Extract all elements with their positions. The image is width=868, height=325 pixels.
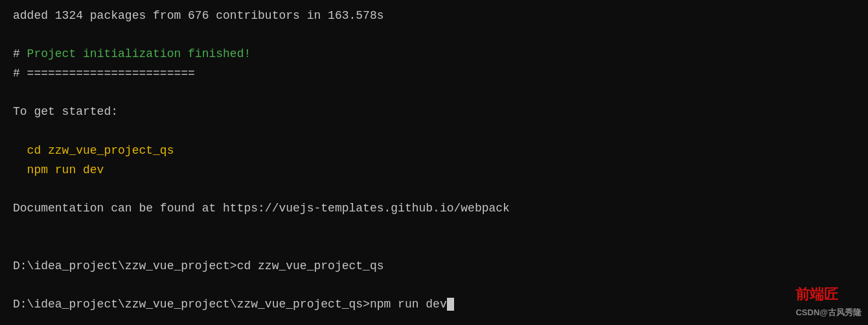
project-init-text: Project initialization finished! [27,47,251,60]
line-blank-7 [13,276,855,296]
line-blank-1 [13,26,855,45]
watermark-text: 前端匠 [795,286,838,302]
line-4: # ======================== [13,64,855,84]
line-npm-dev-command: D:\idea_project\zzw_vue_project\zzw_vue_… [13,295,855,315]
line-1: added 1324 packages from 676 contributor… [13,6,855,26]
cursor [447,298,454,311]
terminal: added 1324 packages from 676 contributor… [0,0,868,325]
line-blank-2 [13,84,855,103]
line-get-started: To get started: [13,102,855,122]
watermark-subtext: CSDN@古风秀隆 [795,306,862,319]
line-cd-command: D:\idea_project\zzw_vue_project>cd zzw_v… [13,257,855,276]
line-3: # Project initialization finished! [13,45,855,64]
line-blank-5 [13,219,855,238]
line-cd: cd zzw_vue_project_qs [13,141,855,161]
line-docs: Documentation can be found at https://vu… [13,199,855,219]
line-blank-6 [13,237,855,257]
line-blank-3 [13,122,855,141]
line-blank-4 [13,180,855,199]
line-npm-run: npm run dev [13,161,855,180]
hash-prefix: # [13,47,27,60]
watermark: 前端匠 CSDN@古风秀隆 [795,283,862,319]
